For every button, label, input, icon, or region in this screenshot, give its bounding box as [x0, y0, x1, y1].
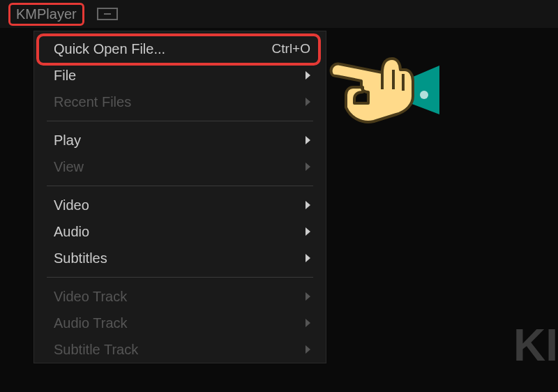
- menu-audio-track: Audio Track: [34, 310, 326, 336]
- menu-separator: [47, 277, 313, 278]
- menu-item-label: View: [54, 159, 84, 175]
- context-menu: Quick Open File... Ctrl+O File Recent Fi…: [33, 31, 326, 363]
- chevron-right-icon: [306, 292, 310, 301]
- menu-item-shortcut: Ctrl+O: [272, 41, 310, 56]
- menu-play[interactable]: Play: [34, 127, 326, 153]
- menu-item-label: Audio Track: [54, 315, 128, 331]
- app-title[interactable]: KMPlayer: [8, 3, 84, 26]
- menu-item-label: Audio: [54, 224, 89, 240]
- menu-item-label: Subtitle Track: [54, 342, 138, 358]
- menu-item-label: Video Track: [54, 289, 127, 305]
- chevron-right-icon: [306, 98, 310, 106]
- svg-point-0: [420, 91, 428, 99]
- menu-separator: [47, 121, 313, 121]
- chevron-right-icon: [306, 201, 310, 209]
- pointing-hand-icon: [328, 39, 439, 140]
- menu-subtitles[interactable]: Subtitles: [34, 245, 326, 271]
- chevron-right-icon: [306, 163, 310, 171]
- menu-item-label: Video: [54, 197, 89, 213]
- menu-recent-files: Recent Files: [34, 89, 326, 115]
- watermark-text: KI: [513, 319, 558, 371]
- menu-item-label: File: [54, 68, 76, 84]
- menu-item-label: Subtitles: [54, 250, 107, 266]
- menu-subtitle-track: Subtitle Track: [34, 336, 326, 363]
- menu-item-label: Recent Files: [54, 94, 131, 110]
- menu-file[interactable]: File: [34, 62, 326, 89]
- menu-view: View: [34, 153, 326, 180]
- chevron-right-icon: [306, 227, 310, 236]
- menu-audio[interactable]: Audio: [34, 218, 326, 245]
- window-restore-icon[interactable]: [97, 8, 118, 20]
- menu-quick-open-file[interactable]: Quick Open File... Ctrl+O: [34, 36, 326, 62]
- titlebar: KMPlayer: [0, 0, 558, 28]
- menu-separator: [47, 186, 313, 186]
- chevron-right-icon: [306, 71, 310, 80]
- menu-item-label: Quick Open File...: [54, 41, 165, 57]
- menu-video-track: Video Track: [34, 283, 326, 310]
- menu-item-label: Play: [54, 133, 81, 149]
- chevron-right-icon: [306, 319, 310, 327]
- chevron-right-icon: [306, 136, 310, 144]
- chevron-right-icon: [306, 254, 310, 262]
- chevron-right-icon: [306, 345, 310, 354]
- menu-video[interactable]: Video: [34, 192, 326, 218]
